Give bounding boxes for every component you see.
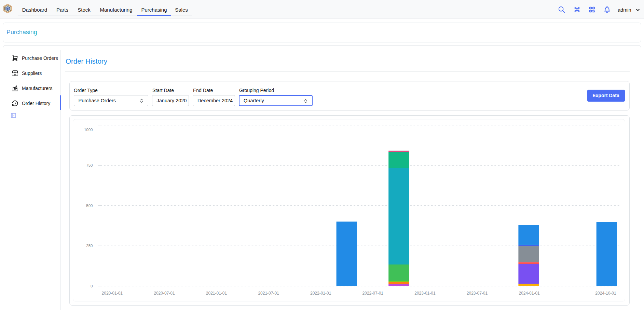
svg-text:2023-07-01: 2023-07-01 — [466, 291, 488, 296]
svg-text:2024-10-01: 2024-10-01 — [595, 291, 616, 296]
svg-text:750: 750 — [86, 163, 93, 167]
svg-text:250: 250 — [86, 244, 93, 248]
svg-text:2024-01-01: 2024-01-01 — [519, 291, 540, 296]
svg-text:500: 500 — [86, 204, 93, 208]
svg-text:2020-07-01: 2020-07-01 — [154, 291, 175, 296]
svg-text:2023-01-01: 2023-01-01 — [414, 291, 436, 296]
svg-text:2021-07-01: 2021-07-01 — [258, 291, 279, 296]
svg-text:2021-01-01: 2021-01-01 — [206, 291, 227, 296]
svg-text:2022-07-01: 2022-07-01 — [362, 291, 383, 296]
svg-text:0: 0 — [91, 284, 93, 288]
svg-text:2020-01-01: 2020-01-01 — [101, 291, 123, 296]
svg-text:1000: 1000 — [84, 128, 93, 132]
svg-text:2022-01-01: 2022-01-01 — [310, 291, 331, 296]
